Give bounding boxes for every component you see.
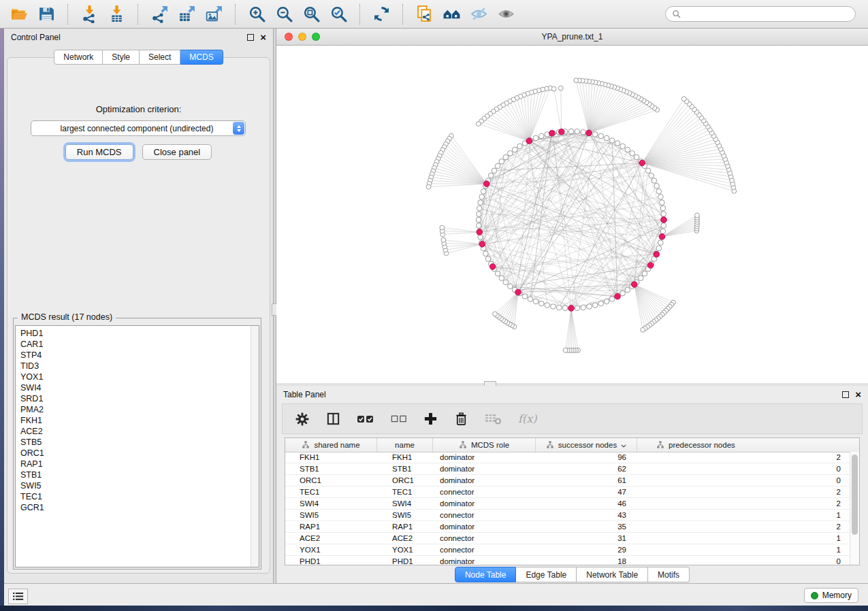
column-header-predecessor-nodes[interactable]: predecessor nodes: [637, 438, 859, 452]
table-row[interactable]: SWI4 SWI4 dominator 46 2: [285, 498, 850, 510]
close-panel-icon[interactable]: ×: [260, 33, 266, 42]
ring-node[interactable]: [660, 229, 666, 234]
tab-edge-table[interactable]: Edge Table: [516, 567, 577, 582]
ring-node[interactable]: [634, 154, 639, 160]
ring-node[interactable]: [638, 276, 643, 281]
ring-node[interactable]: [499, 159, 504, 164]
ring-node[interactable]: [656, 246, 662, 251]
ring-node[interactable]: [592, 303, 598, 308]
ring-node[interactable]: [649, 173, 654, 178]
run-mcds-button[interactable]: Run MCDS: [65, 144, 133, 160]
save-session-icon[interactable]: [34, 2, 59, 27]
mcds-hub-node[interactable]: [558, 129, 564, 135]
ring-node[interactable]: [581, 305, 586, 310]
mcds-result-item[interactable]: TID3: [20, 361, 259, 371]
mcds-hub-node[interactable]: [654, 251, 660, 257]
search-box[interactable]: [665, 6, 856, 22]
mcds-result-item[interactable]: SRD1: [20, 393, 259, 404]
ring-node[interactable]: [512, 147, 517, 152]
ring-node[interactable]: [556, 305, 562, 310]
mcds-hub-node[interactable]: [586, 130, 592, 136]
ring-node[interactable]: [598, 133, 604, 139]
ring-node[interactable]: [562, 306, 568, 311]
close-window-icon[interactable]: [285, 33, 293, 41]
table-settings-icon[interactable]: [295, 412, 310, 427]
ring-node[interactable]: [551, 304, 556, 310]
mcds-result-item[interactable]: RAP1: [20, 459, 259, 469]
ring-node[interactable]: [620, 291, 626, 296]
mcds-result-item[interactable]: STB1: [20, 469, 259, 480]
ring-node[interactable]: [476, 223, 481, 229]
clone-network-icon[interactable]: [412, 2, 436, 27]
tab-mcds[interactable]: MCDS: [180, 50, 223, 65]
apply-layout-icon[interactable]: [369, 2, 393, 27]
mcds-result-item[interactable]: PMA2: [20, 404, 259, 415]
ring-node[interactable]: [625, 147, 630, 152]
ring-node[interactable]: [508, 150, 513, 156]
ring-node[interactable]: [539, 133, 544, 139]
scrollbar-thumb[interactable]: [852, 455, 858, 535]
ring-node[interactable]: [660, 205, 666, 211]
table-row[interactable]: TEC1 TEC1 connector 47 2: [285, 486, 850, 498]
mcds-hub-node[interactable]: [483, 181, 489, 187]
zoom-out-icon[interactable]: [272, 2, 296, 27]
ring-node[interactable]: [508, 284, 513, 289]
show-all-icon[interactable]: [494, 2, 518, 27]
ring-node[interactable]: [609, 138, 615, 144]
mcds-result-item[interactable]: GCR1: [20, 502, 259, 513]
table-row[interactable]: STB1 STB1 dominator 62 0: [285, 463, 850, 475]
sort-descending-icon[interactable]: [621, 441, 626, 449]
mcds-result-item[interactable]: STP4: [20, 350, 259, 361]
mcds-hub-node[interactable]: [615, 293, 621, 299]
ring-node[interactable]: [503, 154, 509, 160]
ring-node[interactable]: [539, 301, 544, 306]
satellite-node[interactable]: [558, 86, 563, 90]
ring-node[interactable]: [503, 280, 509, 285]
ring-node[interactable]: [658, 195, 664, 200]
mcds-list-scrollbar[interactable]: [251, 326, 259, 567]
satellite-node[interactable]: [440, 225, 445, 230]
mcds-hub-node[interactable]: [515, 289, 521, 295]
ring-node[interactable]: [660, 200, 665, 205]
column-header-shared-name[interactable]: shared name: [285, 438, 377, 452]
export-image-icon[interactable]: [202, 2, 226, 27]
satellite-node[interactable]: [681, 97, 686, 101]
memory-button[interactable]: Memory: [804, 588, 858, 603]
table-row[interactable]: YOX1 YOX1 connector 29 1: [285, 544, 850, 556]
export-table-icon[interactable]: [174, 2, 199, 27]
column-panel-icon[interactable]: [326, 412, 340, 426]
export-network-icon[interactable]: [147, 2, 172, 27]
mcds-hub-node[interactable]: [659, 234, 665, 240]
ring-node[interactable]: [476, 217, 481, 222]
table-row[interactable]: ACE2 ACE2 connector 31 1: [285, 533, 850, 544]
table-row[interactable]: PHD1 PHD1 dominator 18 0: [285, 556, 850, 565]
ring-node[interactable]: [479, 195, 485, 200]
mcds-hub-node[interactable]: [526, 138, 532, 144]
mcds-result-list[interactable]: PHD1CAR1STP4TID3YOX1SWI4SRD1PMA2FKH1ACE2…: [15, 325, 259, 567]
mcds-hub-node[interactable]: [568, 306, 575, 312]
tab-network[interactable]: Network: [54, 50, 103, 65]
ring-node[interactable]: [604, 299, 609, 304]
ring-node[interactable]: [533, 299, 539, 304]
mcds-hub-node[interactable]: [639, 160, 645, 166]
ring-node[interactable]: [517, 144, 523, 149]
criterion-dropdown[interactable]: largest connected component (undirected): [31, 120, 246, 136]
float-panel-icon[interactable]: [842, 391, 849, 398]
ring-node[interactable]: [642, 271, 647, 276]
ring-node[interactable]: [587, 304, 592, 310]
deselect-all-columns-icon[interactable]: [391, 414, 407, 423]
mcds-result-item[interactable]: YOX1: [20, 371, 259, 382]
import-network-icon[interactable]: [77, 2, 101, 27]
ring-node[interactable]: [575, 306, 580, 311]
ring-node[interactable]: [658, 240, 664, 246]
select-all-columns-icon[interactable]: [357, 414, 374, 424]
import-table-icon[interactable]: [104, 2, 129, 27]
mcds-hub-node[interactable]: [477, 229, 483, 235]
mcds-result-item[interactable]: STB5: [20, 437, 259, 448]
mcds-result-item[interactable]: FKH1: [20, 415, 259, 426]
ring-node[interactable]: [630, 150, 635, 156]
ring-node[interactable]: [545, 303, 550, 308]
zoom-fit-icon[interactable]: [299, 2, 323, 27]
network-canvas[interactable]: [276, 46, 868, 383]
ring-node[interactable]: [661, 212, 666, 217]
